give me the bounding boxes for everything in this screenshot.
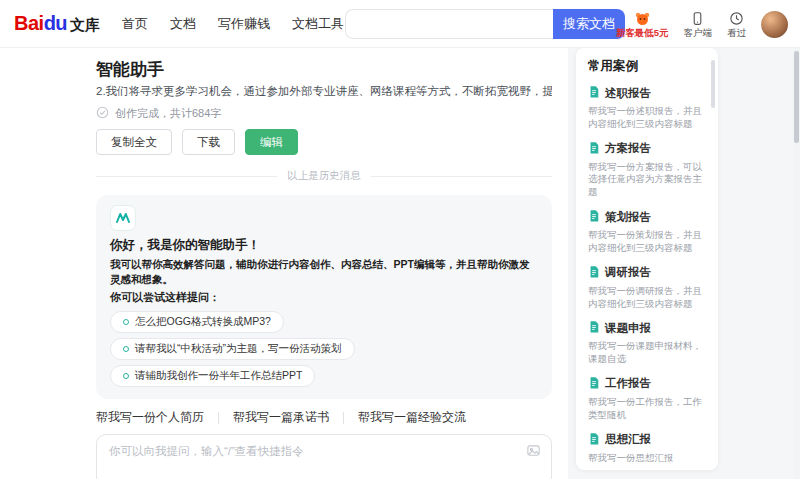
document-icon: [588, 84, 600, 102]
case-item-plan-report[interactable]: 方案报告 帮我写一份方案报告，可以选择任意内容为方案报告主题: [588, 140, 704, 199]
case-desc: 帮我写一份工作报告，工作类型随机: [588, 396, 704, 422]
example-question-1-label: 怎么把OGG格式转换成MP3?: [135, 315, 271, 329]
page-scrollbar-track[interactable]: [793, 48, 800, 479]
case-title: 思想汇报: [605, 432, 651, 447]
document-icon: [588, 140, 600, 158]
document-icon: [588, 208, 600, 226]
document-icon: [588, 431, 600, 449]
logo-product: 文库: [70, 16, 100, 35]
case-item-work-report[interactable]: 工作报告 帮我写一份工作报告，工作类型随机: [588, 375, 704, 422]
case-head: 思想汇报: [588, 431, 704, 449]
example-questions: 怎么把OGG格式转换成MP3? 请帮我以“中秋活动”为主题，写一份活动策划 请辅…: [110, 311, 538, 387]
case-desc: 帮我写一份方案报告，可以选择任意内容为方案报告主题: [588, 161, 704, 199]
case-desc: 帮我写一份课题申报材料，课题自选: [588, 340, 704, 366]
suggestion-separator: [343, 412, 344, 424]
page-scrollbar-thumb[interactable]: [794, 51, 799, 143]
search-bar: 搜索文档: [345, 9, 625, 39]
case-head: 方案报告: [588, 140, 704, 158]
message-input[interactable]: [109, 444, 517, 479]
teal-dot-icon: [123, 373, 129, 379]
case-item-planning-report[interactable]: 策划报告 帮我写一份策划报告，并且内容细化到三级内容标题: [588, 208, 704, 255]
case-item-thought-report[interactable]: 思想汇报 帮我写一份思想汇报: [588, 431, 704, 465]
assistant-greeting: 你好，我是你的智能助手！: [110, 237, 538, 254]
assistant-hint: 你可以尝试这样提问：: [110, 290, 538, 305]
case-item-research-report[interactable]: 调研报告 帮我写一份调研报告，并且内容细化到三级内容标题: [588, 264, 704, 311]
divider-line-right: [371, 176, 552, 177]
download-button[interactable]: 下载: [182, 129, 235, 155]
case-desc: 帮我写一份策划报告，并且内容细化到三级内容标题: [588, 229, 704, 255]
example-question-2-label: 请帮我以“中秋活动”为主题，写一份活动策划: [135, 342, 342, 356]
check-circle-icon: [96, 106, 109, 121]
user-avatar[interactable]: [761, 11, 788, 38]
example-question-3[interactable]: 请辅助我创作一份半年工作总结PPT: [110, 365, 315, 387]
case-title: 课题申报: [605, 321, 651, 336]
suggestion-resume[interactable]: 帮我写一份个人简历: [96, 409, 204, 426]
client-label: 客户端: [684, 28, 713, 38]
assistant-message-bubble: 你好，我是你的智能助手！ 我可以帮你高效解答问题，辅助你进行内容创作、内容总结、…: [96, 195, 552, 399]
top-navbar: Bai du 文库 首页 文档 写作赚钱 文档工具 更多 搜索文档 新客最低5元: [0, 0, 800, 48]
nav-item-docs[interactable]: 文档: [170, 15, 196, 33]
history-divider: 以上是历史消息: [96, 169, 552, 183]
case-item-debriefing-report[interactable]: 述职报告 帮我写一份述职报告，并且内容细化到三级内容标题: [588, 84, 704, 131]
case-head: 课题申报: [588, 319, 704, 337]
clock-icon: [729, 11, 744, 28]
suggestion-separator: [218, 412, 219, 424]
quick-suggestions: 帮我写一份个人简历 帮我写一篇承诺书 帮我写一篇经验交流: [96, 409, 552, 426]
divider-line-left: [96, 176, 277, 177]
teal-dot-icon: [123, 346, 129, 352]
result-actions: 复制全文 下载 编辑: [96, 129, 552, 155]
case-head: 工作报告: [588, 375, 704, 393]
new-user-promo[interactable]: 新客最低5元: [616, 11, 669, 38]
case-desc: 帮我写一份思想汇报: [588, 452, 704, 465]
baidu-wenku-logo[interactable]: Bai du 文库: [14, 12, 100, 35]
navbar-right: 新客最低5元 客户端 看过: [616, 3, 788, 45]
sidebar-scrollbar[interactable]: [711, 60, 715, 108]
assistant-intro: 我可以帮你高效解答问题，辅助你进行内容创作、内容总结、PPT编辑等，并且帮助你激…: [110, 257, 538, 287]
case-title: 工作报告: [605, 376, 651, 391]
logo-du: du: [44, 12, 67, 35]
viewed-label: 看过: [727, 28, 746, 38]
creation-status-text: 创作完成，共计684字: [115, 106, 221, 121]
case-head: 述职报告: [588, 84, 704, 102]
screen: Bai du 文库 首页 文档 写作赚钱 文档工具 更多 搜索文档 新客最低5元: [0, 0, 800, 479]
nav-item-home[interactable]: 首页: [122, 15, 148, 33]
case-title: 述职报告: [605, 86, 651, 101]
image-icon[interactable]: [526, 443, 541, 462]
promo-mascot-icon: [634, 11, 651, 28]
teal-dot-icon: [123, 319, 129, 325]
document-icon: [588, 375, 600, 393]
case-title: 方案报告: [605, 141, 651, 156]
copy-all-button[interactable]: 复制全文: [96, 129, 172, 155]
nav-item-earn[interactable]: 写作赚钱: [218, 15, 270, 33]
common-cases-panel: 常用案例 述职报告 帮我写一份述职报告，并且内容细化到三级内容标题 方案报告 帮…: [576, 48, 718, 470]
client-download[interactable]: 客户端: [684, 11, 713, 38]
history-clipped-text: 2.我们将寻求更多学习机会，通过参加外部专业讲座、网络课程等方式，不断拓宽视野，…: [96, 84, 552, 99]
case-title: 调研报告: [605, 265, 651, 280]
common-cases-title: 常用案例: [588, 58, 704, 75]
document-icon: [588, 264, 600, 282]
edit-button[interactable]: 编辑: [245, 129, 298, 155]
document-icon: [588, 319, 600, 337]
assistant-avatar: [110, 205, 136, 231]
suggestion-commitment[interactable]: 帮我写一篇承诺书: [233, 409, 329, 426]
case-head: 调研报告: [588, 264, 704, 282]
search-button[interactable]: 搜索文档: [553, 9, 625, 39]
page-title: 智能助手: [96, 58, 552, 81]
case-desc: 帮我写一份述职报告，并且内容细化到三级内容标题: [588, 105, 704, 131]
assistant-main: 智能助手 2.我们将寻求更多学习机会，通过参加外部专业讲座、网络课程等方式，不断…: [0, 48, 568, 479]
search-input[interactable]: [345, 9, 553, 39]
suggestion-experience[interactable]: 帮我写一篇经验交流: [358, 409, 466, 426]
nav-item-tools[interactable]: 文档工具: [292, 15, 344, 33]
viewed-history[interactable]: 看过: [727, 11, 746, 38]
promo-label: 新客最低5元: [616, 28, 669, 38]
case-desc: 帮我写一份调研报告，并且内容细化到三级内容标题: [588, 285, 704, 311]
example-question-3-label: 请辅助我创作一份半年工作总结PPT: [135, 369, 302, 383]
case-head: 策划报告: [588, 208, 704, 226]
message-composer: [96, 434, 552, 479]
example-question-1[interactable]: 怎么把OGG格式转换成MP3?: [110, 311, 284, 333]
case-item-project-application[interactable]: 课题申报 帮我写一份课题申报材料，课题自选: [588, 319, 704, 366]
history-divider-label: 以上是历史消息: [287, 169, 361, 183]
logo-bai: Bai: [14, 12, 44, 35]
case-title: 策划报告: [605, 210, 651, 225]
example-question-2[interactable]: 请帮我以“中秋活动”为主题，写一份活动策划: [110, 338, 355, 360]
